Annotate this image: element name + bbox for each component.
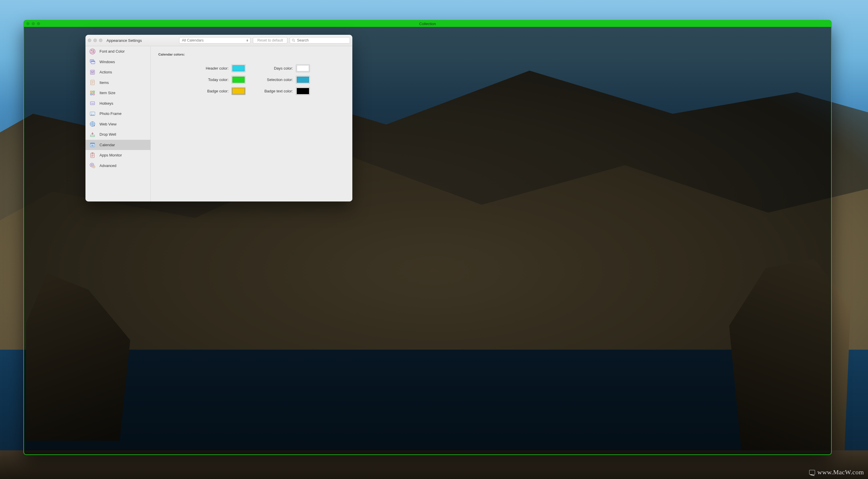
selection-color-well[interactable] xyxy=(296,76,310,83)
badge-color-well[interactable] xyxy=(231,87,246,95)
sidebar-item-font-and-color[interactable]: Font and Color xyxy=(86,46,150,57)
traffic-zoom[interactable] xyxy=(99,39,102,42)
settings-content: Calendar colors: Header color: Days colo… xyxy=(151,46,352,202)
sidebar-item-label: Font and Color xyxy=(99,49,125,54)
outer-window-title: Collection xyxy=(419,22,436,26)
svg-text:31: 31 xyxy=(91,144,94,147)
sidebar-item-drop-well[interactable]: Drop Well xyxy=(86,129,150,140)
watermark: www.MacW.com xyxy=(809,469,864,476)
badge-color-label: Badge color: xyxy=(176,89,228,93)
reset-button-label: Reset to default xyxy=(257,38,283,42)
svg-point-2 xyxy=(93,50,94,51)
sidebar-item-hotkeys[interactable]: Ctrl Hotkeys xyxy=(86,98,150,109)
settings-title: Appearance Settings xyxy=(106,38,142,43)
header-color-swatch xyxy=(232,65,245,71)
svg-point-14 xyxy=(93,71,94,72)
svg-rect-33 xyxy=(92,152,93,154)
sidebar-item-label: Photo Frame xyxy=(99,111,121,116)
header-color-well[interactable] xyxy=(231,64,246,72)
days-color-label: Days color: xyxy=(249,66,293,70)
chevron-updown-icon xyxy=(246,39,249,42)
sidebar-item-item-size[interactable]: Item Size xyxy=(86,88,150,98)
svg-rect-7 xyxy=(91,61,95,62)
outer-window: Collection Appearance Settings All Calen… xyxy=(23,20,832,455)
header-color-label: Header color: xyxy=(176,66,228,70)
outer-titlebar[interactable]: Collection xyxy=(24,21,831,27)
svg-rect-19 xyxy=(90,91,92,93)
outer-traffic-lights xyxy=(26,22,40,26)
svg-point-3 xyxy=(93,52,94,53)
tray-download-icon xyxy=(88,130,97,139)
sidebar-item-photo-frame[interactable]: Photo Frame xyxy=(86,108,150,119)
globe-icon xyxy=(88,120,97,128)
note-icon xyxy=(88,78,97,87)
photo-icon xyxy=(88,110,97,118)
settings-toolbar: Appearance Settings All Calendars Reset … xyxy=(86,35,352,46)
search-field[interactable] xyxy=(290,37,350,43)
svg-point-12 xyxy=(91,71,92,72)
calendar-scope-value: All Calendars xyxy=(182,38,204,42)
sidebar-item-actions[interactable]: Actions xyxy=(86,67,150,77)
reset-to-default-button[interactable]: Reset to default xyxy=(253,37,287,43)
days-color-well[interactable] xyxy=(296,64,310,72)
svg-text:Ctrl: Ctrl xyxy=(91,103,94,104)
watermark-icon xyxy=(809,470,815,475)
sidebar-item-windows[interactable]: Windows xyxy=(86,57,150,67)
sidebar-item-label: Apps Monitor xyxy=(99,153,122,157)
svg-point-4 xyxy=(91,52,92,53)
desktop-wallpaper: Collection Appearance Settings All Calen… xyxy=(0,0,868,479)
clipboard-list-icon xyxy=(88,151,97,159)
sidebar-item-label: Calendar xyxy=(99,143,115,147)
search-input[interactable] xyxy=(297,38,348,43)
today-color-label: Today color: xyxy=(176,77,228,82)
sidebar-item-label: Advanced xyxy=(99,164,117,168)
sidebar-item-advanced[interactable]: Advanced xyxy=(86,161,150,171)
outer-traffic-zoom[interactable] xyxy=(37,22,40,26)
settings-body: Font and Color Windows A xyxy=(86,46,352,202)
sliders-icon xyxy=(88,68,97,76)
outer-traffic-close[interactable] xyxy=(26,22,30,26)
sidebar-item-label: Items xyxy=(99,80,109,85)
today-color-swatch xyxy=(232,77,245,83)
badge-color-swatch xyxy=(232,88,245,94)
sidebar-item-label: Windows xyxy=(99,60,115,64)
selection-color-swatch xyxy=(297,77,309,83)
svg-point-40 xyxy=(93,166,94,167)
outer-window-body: Appearance Settings All Calendars Reset … xyxy=(24,27,831,454)
section-title: Calendar colors: xyxy=(158,53,345,56)
sidebar-item-calendar[interactable]: 31 Calendar xyxy=(86,140,150,150)
sidebar-item-apps-monitor[interactable]: Apps Monitor xyxy=(86,150,150,161)
windows-icon xyxy=(88,58,97,66)
today-color-well[interactable] xyxy=(231,76,246,83)
sidebar-item-items[interactable]: Items xyxy=(86,77,150,88)
traffic-lights xyxy=(88,39,102,42)
badge-text-color-swatch xyxy=(297,88,309,94)
svg-point-13 xyxy=(92,72,93,73)
svg-point-26 xyxy=(91,112,92,114)
svg-rect-28 xyxy=(90,135,95,137)
calendar-colors-grid: Header color: Days color: Today color: xyxy=(176,64,328,95)
settings-sidebar: Font and Color Windows A xyxy=(86,46,151,202)
badge-text-color-label: Badge text color: xyxy=(249,89,293,93)
sidebar-item-web-view[interactable]: Web View xyxy=(86,119,150,130)
keyboard-key-icon: Ctrl xyxy=(88,99,97,107)
sidebar-item-label: Web View xyxy=(99,122,117,126)
sidebar-item-label: Drop Well xyxy=(99,132,116,137)
selection-color-label: Selection color: xyxy=(249,77,293,82)
calendar-scope-dropdown[interactable]: All Calendars xyxy=(179,37,250,43)
palette-icon xyxy=(88,47,97,56)
svg-point-1 xyxy=(91,50,92,51)
watermark-text: www.MacW.com xyxy=(817,469,864,476)
sidebar-item-label: Item Size xyxy=(99,91,115,95)
badge-text-color-well[interactable] xyxy=(296,87,310,95)
sidebar-item-label: Hotkeys xyxy=(99,101,113,106)
grid-squares-icon xyxy=(88,89,97,97)
outer-traffic-minimize[interactable] xyxy=(32,22,35,26)
gear-icon xyxy=(88,162,97,170)
svg-point-38 xyxy=(91,164,92,166)
svg-rect-21 xyxy=(90,93,92,95)
traffic-minimize[interactable] xyxy=(93,39,97,42)
svg-rect-22 xyxy=(93,93,95,95)
traffic-close[interactable] xyxy=(88,39,91,42)
search-icon xyxy=(292,39,295,42)
